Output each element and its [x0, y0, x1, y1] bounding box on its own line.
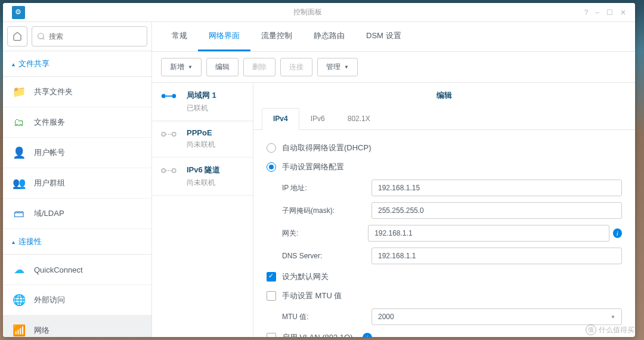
checkbox-default-gateway[interactable]: [267, 272, 276, 282]
close-button[interactable]: ✕: [620, 8, 626, 17]
sidebar-item-label: 共享文件夹: [34, 86, 73, 97]
mask-input[interactable]: [371, 202, 622, 219]
maximize-button[interactable]: ☐: [606, 8, 613, 17]
ip-input[interactable]: [371, 180, 622, 196]
sidebar-item-label: 外部访问: [34, 295, 65, 305]
checkbox-default-gateway-label: 设为默认网关: [282, 271, 329, 282]
sidebar-item-network[interactable]: 📶 网络: [3, 316, 151, 337]
folder-icon: 📁: [13, 85, 26, 98]
lan-connected-icon: [160, 92, 177, 100]
svg-point-8: [162, 169, 165, 172]
interface-title: 局域网 1: [187, 90, 216, 101]
detail-tab-ipv6[interactable]: IPv6: [299, 108, 336, 129]
radio-manual-row[interactable]: 手动设置网络配置: [267, 157, 622, 177]
cloud-icon: ☁: [13, 263, 26, 276]
interface-title: IPv6 隧道: [187, 165, 220, 175]
interface-ipv6-tunnel[interactable]: IPv6 隧道 尚未联机: [152, 157, 253, 196]
enable-vlan-row[interactable]: 启用 VLAN (802.1Q) i: [267, 328, 622, 337]
section-file-sharing[interactable]: ▴ 文件共享: [3, 51, 151, 77]
window-title: 控制面板: [31, 7, 584, 17]
delete-button[interactable]: 删除: [243, 58, 275, 76]
help-button[interactable]: ?: [584, 8, 589, 17]
interface-status: 已联机: [187, 103, 216, 113]
control-panel-window: 控制面板 ? – ☐ ✕ ▴ 文件共享: [3, 3, 635, 337]
group-icon: 👥: [13, 177, 26, 190]
sidebar-item-domain-ldap[interactable]: 🗃 域/LDAP: [3, 199, 151, 229]
manual-mtu-row[interactable]: 手动设置 MTU 值: [267, 286, 622, 305]
svg-point-2: [162, 94, 166, 98]
detail-tabs: IPv4 IPv6 802.1X: [253, 108, 635, 130]
mtu-label: MTU 值:: [282, 312, 371, 322]
checkbox-enable-vlan[interactable]: [267, 333, 276, 337]
chevron-down-icon: ▼: [611, 314, 615, 320]
tab-network-interface[interactable]: 网络界面: [198, 22, 250, 51]
sidebar-item-label: 网络: [34, 325, 49, 336]
detail-tab-8021x[interactable]: 802.1X: [336, 108, 382, 129]
connect-button[interactable]: 连接: [280, 58, 312, 76]
chevron-up-icon: ▴: [12, 61, 15, 67]
svg-point-3: [172, 94, 176, 98]
interface-list: 局域网 1 已联机 PPPoE 尚未联机: [152, 83, 253, 337]
interface-title: PPPoE: [187, 128, 215, 137]
chevron-down-icon: ▼: [188, 64, 193, 70]
sidebar-item-user-group[interactable]: 👥 用户群组: [3, 168, 151, 199]
radio-dhcp[interactable]: [267, 143, 276, 153]
section-title: 连接性: [18, 236, 42, 247]
mask-label: 子网掩码(mask):: [282, 206, 371, 216]
sidebar-item-file-services[interactable]: 🗂 文件服务: [3, 107, 151, 138]
sidebar-item-label: QuickConnect: [34, 265, 83, 274]
interface-status: 尚未联机: [187, 140, 215, 150]
sidebar-item-label: 域/LDAP: [34, 208, 64, 219]
network-icon: 📶: [13, 324, 26, 337]
minimize-button[interactable]: –: [595, 8, 599, 17]
info-icon[interactable]: i: [613, 228, 622, 238]
gateway-label: 网关:: [282, 228, 368, 239]
detail-title: 编辑: [253, 83, 635, 108]
edit-button[interactable]: 编辑: [206, 58, 239, 76]
tab-static-route[interactable]: 静态路由: [303, 22, 355, 51]
main-area: ▴ 文件共享 📁 共享文件夹 🗂 文件服务 👤 用户帐号 👥 用户群组 🗃: [3, 22, 635, 337]
default-gw-row[interactable]: 设为默认网关: [267, 267, 622, 286]
sidebar-item-label: 文件服务: [34, 117, 65, 128]
checkbox-enable-vlan-label: 启用 VLAN (802.1Q): [282, 332, 353, 337]
interface-status: 尚未联机: [187, 178, 220, 188]
radio-manual[interactable]: [267, 162, 276, 172]
toolbar: 新增▼ 编辑 删除 连接 管理▼: [152, 52, 635, 83]
search-input[interactable]: [49, 32, 142, 41]
new-button[interactable]: 新增▼: [161, 58, 202, 76]
interface-pppoe[interactable]: PPPoE 尚未联机: [152, 121, 253, 157]
ip-label: IP 地址:: [282, 183, 371, 193]
sidebar-top: [3, 22, 151, 51]
search-box[interactable]: [32, 26, 147, 47]
tab-dsm-settings[interactable]: DSM 设置: [355, 22, 412, 51]
radio-dhcp-label: 自动取得网络设置(DHCP): [282, 143, 371, 153]
search-icon: [37, 32, 45, 41]
sidebar-item-quickconnect[interactable]: ☁ QuickConnect: [3, 255, 151, 285]
ldap-icon: 🗃: [13, 207, 26, 220]
file-service-icon: 🗂: [13, 116, 26, 129]
content-body: 局域网 1 已联机 PPPoE 尚未联机: [152, 83, 635, 337]
tab-general[interactable]: 常规: [161, 22, 198, 51]
disconnected-icon: [160, 130, 177, 138]
info-icon[interactable]: i: [363, 333, 372, 337]
svg-point-6: [172, 132, 176, 136]
form-area: 自动取得网络设置(DHCP) 手动设置网络配置 IP 地址: 子网掩码(mask…: [253, 130, 635, 337]
mtu-value: 2000: [378, 313, 394, 321]
section-connectivity[interactable]: ▴ 连接性: [3, 229, 151, 255]
tab-traffic-control[interactable]: 流量控制: [250, 22, 303, 51]
dns-input[interactable]: [371, 248, 622, 264]
detail-tab-ipv4[interactable]: IPv4: [262, 108, 299, 130]
chevron-up-icon: ▴: [12, 239, 15, 245]
sidebar-item-user-account[interactable]: 👤 用户帐号: [3, 138, 151, 168]
sidebar-item-shared-folder[interactable]: 📁 共享文件夹: [3, 77, 151, 107]
sidebar-item-external-access[interactable]: 🌐 外部访问: [3, 285, 151, 316]
manage-button[interactable]: 管理▼: [317, 58, 358, 76]
chevron-down-icon: ▼: [344, 64, 349, 70]
radio-dhcp-row[interactable]: 自动取得网络设置(DHCP): [267, 138, 622, 157]
checkbox-manual-mtu[interactable]: [267, 291, 276, 301]
home-button[interactable]: [7, 26, 27, 47]
interface-lan1[interactable]: 局域网 1 已联机: [152, 83, 253, 121]
mtu-select[interactable]: 2000 ▼: [371, 308, 622, 325]
gateway-input[interactable]: [368, 225, 609, 242]
sidebar-item-label: 用户群组: [34, 178, 65, 188]
